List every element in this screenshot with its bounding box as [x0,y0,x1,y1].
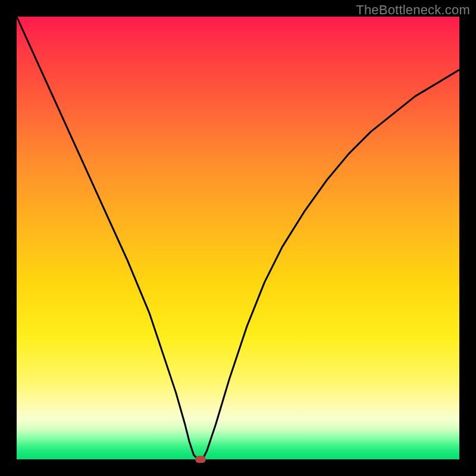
optimal-point-marker [195,456,206,463]
chart-frame: TheBottleneck.com [0,0,476,476]
watermark-text: TheBottleneck.com [356,2,470,18]
plot-area [17,17,459,459]
curve-svg [17,17,459,459]
bottleneck-curve [17,17,459,459]
